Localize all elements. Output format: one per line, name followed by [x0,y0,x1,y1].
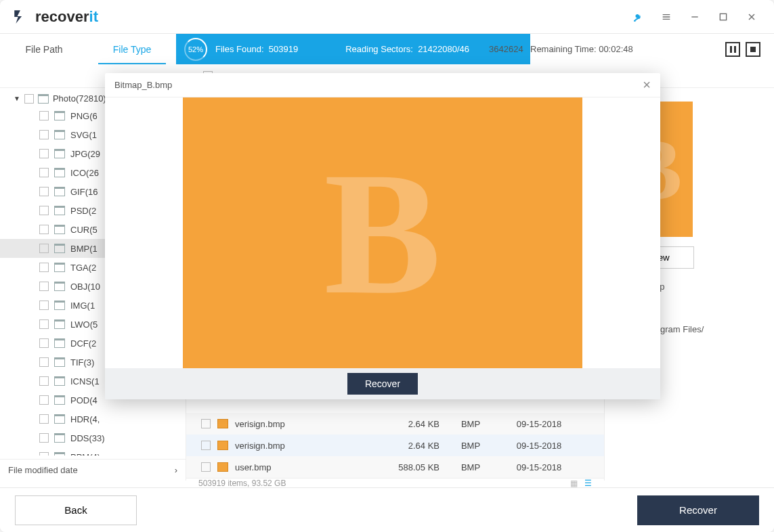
table-row[interactable]: verisign.bmp2.64 KBBMP09-15-2018 [186,435,604,456]
filetype-label: JPG(29 [70,149,100,159]
cell-name: verisign.bmp [235,441,377,451]
filetype-label: OBJ(10 [70,282,100,292]
file-icon [217,462,228,472]
folder-icon [54,376,65,386]
dialog-close-icon[interactable]: × [643,77,651,93]
dialog-footer: Recover [105,368,660,399]
folder-icon [54,452,65,456]
folder-icon [54,206,65,215]
filetype-label: TIF(3) [70,357,94,368]
svg-rect-1 [720,14,726,20]
filetype-label: GIF(16 [70,187,98,197]
filetype-item[interactable]: HDR(4, [0,409,186,428]
infobar: File Path File Type 52% Files Found: 503… [0,34,774,64]
filetype-checkbox[interactable] [39,149,49,158]
app-name-a: recover [35,8,89,25]
cell-size: 2.64 KB [377,441,439,451]
recover-button[interactable]: Recover [637,495,759,525]
filetype-checkbox[interactable] [39,433,49,443]
filetype-checkbox[interactable] [39,187,49,196]
grid-view-icon[interactable]: ▦ [570,479,578,488]
filetype-checkbox[interactable] [39,130,49,139]
table-row[interactable]: verisign.bmp2.64 KBBMP09-15-2018 [186,413,604,435]
remaining-time: Remaining Time: 00:02:48 [530,44,720,54]
filetype-item[interactable]: PPM(4) [0,447,186,456]
maximize-icon[interactable] [713,7,733,27]
folder-icon [54,357,65,367]
sectors-value-b: 3642624 [488,44,530,54]
minimize-icon[interactable] [685,7,705,27]
key-icon[interactable] [628,7,648,27]
row-checkbox[interactable] [201,441,211,450]
filetype-label: ICNS(1 [70,376,100,386]
file-icon [217,419,228,428]
dialog-recover-button[interactable]: Recover [347,373,418,395]
filter-bar[interactable]: File modified date › [0,459,186,481]
folder-icon [54,395,65,405]
folder-icon [54,225,65,234]
filetype-checkbox[interactable] [39,319,49,329]
filetype-checkbox[interactable] [39,395,49,405]
folder-icon [54,111,65,120]
statusline: 503919 items, 93.52 GB ▦ ☰ [186,478,604,488]
filetype-checkbox[interactable] [39,263,49,272]
app-name-b: it [89,8,98,25]
sectors-label: Reading Sectors: [345,44,413,54]
filetype-label: PPM(4) [70,452,100,456]
scan-progress: 52% Files Found: 503919 Reading Sectors:… [176,34,530,64]
back-button[interactable]: Back [15,495,137,525]
filetype-checkbox[interactable] [39,206,49,215]
stop-button[interactable] [746,42,760,57]
folder-icon [54,282,65,291]
app-logo: recoverit [12,8,98,26]
filetype-checkbox[interactable] [39,244,49,253]
filetype-label: HDR(4, [70,414,100,424]
filetype-label: SVG(1 [70,130,97,140]
folder-icon [54,244,65,253]
filetype-checkbox[interactable] [39,282,49,291]
cell-size: 588.05 KB [377,462,439,472]
close-icon[interactable] [741,7,762,27]
filetype-checkbox[interactable] [39,168,49,177]
filetype-item[interactable]: DDS(33) [0,428,186,447]
filetype-label: POD(4 [70,395,98,405]
filetype-checkbox[interactable] [39,376,49,386]
menu-icon[interactable] [656,7,676,27]
row-checkbox[interactable] [201,419,211,428]
cell-type: BMP [439,462,502,472]
cell-date: 09-15-2018 [502,462,576,472]
folder-icon [54,338,65,348]
filetype-checkbox[interactable] [39,414,49,424]
filter-label: File modified date [8,465,78,475]
table-row[interactable]: user.bmp588.05 KBBMP09-15-2018 [186,456,604,478]
row-checkbox[interactable] [201,462,211,472]
filetype-checkbox[interactable] [39,111,49,120]
list-view-icon[interactable]: ☰ [584,479,592,488]
filetype-checkbox[interactable] [39,301,49,310]
pause-button[interactable] [725,42,740,57]
filetype-label: IMG(1 [70,301,95,311]
folder-icon [54,433,65,443]
filetype-checkbox[interactable] [39,225,49,234]
filetype-label: BMP(1 [70,244,98,254]
svg-rect-0 [691,16,697,17]
filetype-checkbox[interactable] [39,338,49,348]
filetype-label: TGA(2 [70,263,96,273]
cell-date: 09-15-2018 [502,441,576,451]
filetype-label: LWO(5 [70,319,98,330]
folder-icon [54,130,65,139]
tree-root-checkbox[interactable] [24,94,34,104]
filetype-checkbox[interactable] [39,452,49,456]
folder-icon [54,168,65,177]
titlebar: recoverit [0,0,774,34]
tab-file-type[interactable]: File Type [88,35,176,64]
dialog-body: B [105,97,660,368]
tab-file-path[interactable]: File Path [0,35,88,64]
filetype-checkbox[interactable] [39,357,49,367]
sectors-value-a: 21422080/46 [418,44,469,54]
filetype-label: DDS(33) [70,433,105,443]
progress-circle: 52% [184,38,207,61]
folder-icon [54,301,65,310]
cell-type: BMP [439,419,502,429]
folder-icon [54,319,65,329]
